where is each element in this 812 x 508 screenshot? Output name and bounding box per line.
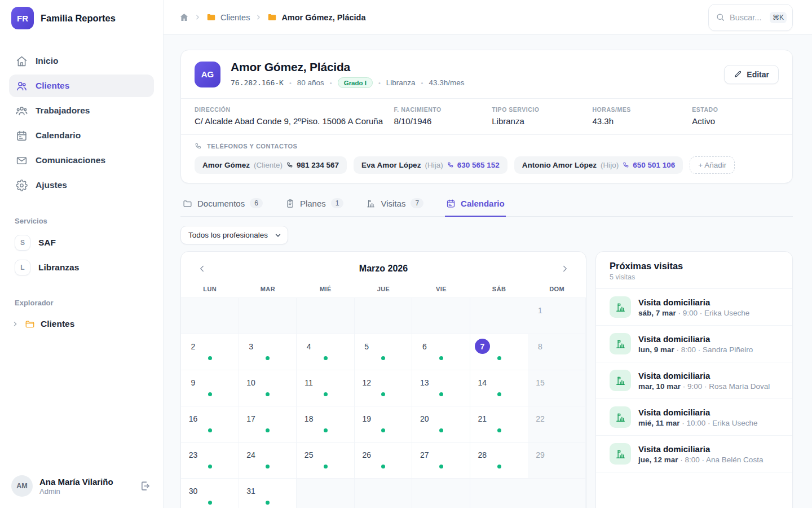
calendar-day-cell[interactable]: 8 [528, 334, 586, 370]
calendar-day-cell[interactable]: 11 [297, 370, 355, 406]
calendar-day-cell[interactable] [528, 479, 586, 508]
calendar-day-cell[interactable]: 18 [297, 406, 355, 443]
calendar-day-cell[interactable]: 15 [528, 370, 586, 406]
client-fields: DIRECCIÓN C/ Alcalde Abad Conde 9, 2ºPis… [181, 98, 792, 134]
contact-chip[interactable]: Amor Gómez (Cliente) 981 234 567 [195, 156, 347, 174]
visit-list-item[interactable]: Visita domiciliaria mié, 11 mar · 10:00 … [596, 399, 792, 436]
visit-list-item[interactable]: Visita domiciliaria mar, 10 mar · 9:00 ·… [596, 362, 792, 399]
contact-chip[interactable]: Antonio Amor López (Hijo) 650 501 106 [514, 156, 683, 174]
calendar-day-cell[interactable]: 5 [355, 334, 413, 370]
calendar-day-cell[interactable]: 10 [239, 370, 297, 406]
day-number [359, 303, 374, 318]
sidebar-item-trabajadores[interactable]: Trabajadores [9, 99, 154, 122]
visit-list-item[interactable]: Visita domiciliaria sáb, 7 mar · 9:00 · … [596, 289, 792, 326]
calendar-day-cell[interactable]: 2 [181, 334, 239, 370]
calendar-day-cell[interactable] [412, 479, 470, 508]
calendar-day-cell[interactable] [412, 298, 470, 334]
breadcrumb-current[interactable]: Amor Gómez, Plácida [267, 12, 365, 22]
tab-planes[interactable]: Planes 1 [284, 192, 345, 217]
visit-meta: lun, 9 mar · 8:00 · Sandra Piñeiro [638, 345, 753, 354]
client-meta: 76.282.166-K • 80 años • Grado I • Libra… [231, 77, 465, 88]
calendar-prev-button[interactable] [195, 261, 209, 276]
calendar-day-cell[interactable] [239, 298, 297, 334]
logout-icon[interactable] [139, 480, 152, 492]
calendar-day-cell[interactable]: 3 [239, 334, 297, 370]
calendar-day-cell[interactable]: 20 [412, 406, 470, 443]
breadcrumb-clientes[interactable]: Clientes [206, 12, 250, 22]
clipboard-icon [285, 199, 295, 208]
sidebar: FR Familia Reportes Inicio Clientes Trab… [0, 0, 164, 508]
calendar-day-cell[interactable] [470, 479, 528, 508]
calendar-day-cell[interactable]: 19 [355, 406, 413, 443]
calendar-day-cell[interactable] [297, 479, 355, 508]
explorer-item-clientes[interactable]: Clientes [11, 314, 152, 334]
contact-phone[interactable]: 650 501 106 [623, 161, 675, 169]
tab-documentos[interactable]: Documentos 6 [182, 192, 264, 217]
sidebar-item-clientes[interactable]: Clientes [9, 75, 154, 97]
add-contact-button[interactable]: + Añadir [690, 156, 735, 174]
calendar-day-cell[interactable] [355, 479, 413, 508]
day-number: 17 [244, 411, 259, 426]
calendar-day-cell[interactable]: 31 [239, 479, 297, 508]
sidebar-item-comunicaciones[interactable]: Comunicaciones [9, 149, 154, 172]
contact-chip[interactable]: Eva Amor López (Hija) 630 565 152 [354, 156, 508, 174]
calendar-day-cell[interactable]: 9 [181, 370, 239, 406]
edit-button[interactable]: Editar [724, 65, 779, 84]
visit-list-item[interactable]: Visita domiciliaria lun, 9 mar · 8:00 · … [596, 326, 792, 362]
day-number: 15 [532, 375, 548, 390]
sidebar-item-inicio[interactable]: Inicio [9, 50, 154, 72]
calendar-day-cell[interactable]: 30 [181, 479, 239, 508]
calendar-day-cell[interactable]: 13 [412, 370, 470, 406]
users-icon [16, 80, 28, 92]
calendar-day-cell[interactable]: 17 [239, 406, 297, 443]
visit-dot [381, 428, 385, 432]
sidebar-item-calendario[interactable]: Calendario [9, 124, 154, 147]
tab-visitas[interactable]: Visitas 7 [365, 192, 425, 217]
breadcrumb-home[interactable] [179, 12, 189, 22]
calendar-day-cell[interactable]: 25 [297, 443, 355, 479]
calendar-day-cell[interactable]: 7 [470, 334, 528, 370]
sidebar-item-ajustes[interactable]: Ajustes [9, 174, 154, 196]
calendar-day-cell[interactable]: 24 [239, 443, 297, 479]
sidebar-item-label: Trabajadores [36, 106, 90, 116]
tab-calendario[interactable]: Calendario [445, 192, 506, 217]
calendar-day-cell[interactable]: 27 [412, 443, 470, 479]
tab-count-badge: 6 [250, 198, 263, 208]
calendar-day-cell[interactable]: 14 [470, 370, 528, 406]
calendar-day-cell[interactable] [355, 298, 413, 334]
visit-list-item[interactable]: Visita domiciliaria jue, 12 mar · 8:00 ·… [596, 436, 792, 472]
calendar-day-cell[interactable] [297, 298, 355, 334]
calendar-day-cell[interactable]: 21 [470, 406, 528, 443]
calendar-day-cell[interactable]: 28 [470, 443, 528, 479]
day-number [359, 483, 374, 498]
calendar-day-cell[interactable]: 26 [355, 443, 413, 479]
client-field: DIRECCIÓN C/ Alcalde Abad Conde 9, 2ºPis… [195, 106, 394, 126]
search-input[interactable] [730, 13, 765, 22]
calendar-day-cell[interactable]: 22 [528, 406, 586, 443]
calendar-day-cell[interactable]: 6 [412, 334, 470, 370]
calendar-day-cell[interactable] [181, 298, 239, 334]
day-number: 13 [417, 375, 432, 390]
visit-dot [324, 392, 328, 396]
calendar-day-cell[interactable] [470, 298, 528, 334]
calendar-day-cell[interactable]: 12 [355, 370, 413, 406]
calendar-day-cell[interactable]: 16 [181, 406, 239, 443]
visit-dot [381, 465, 385, 468]
visit-dot [208, 465, 212, 468]
service-item[interactable]: S SAF [9, 232, 154, 253]
calendar-next-button[interactable] [558, 261, 572, 276]
calendar-day-cell[interactable]: 1 [528, 298, 586, 334]
search-box[interactable]: ⌘K [708, 4, 793, 31]
sidebar-item-label: Calendario [36, 130, 81, 141]
contact-phone[interactable]: 981 234 567 [286, 161, 339, 169]
day-number: 5 [359, 339, 374, 354]
service-item[interactable]: L Libranzas [9, 257, 154, 278]
professional-filter-select[interactable]: Todos los profesionales [180, 226, 288, 244]
visit-dot [208, 501, 212, 505]
calendar-day-cell[interactable]: 23 [181, 443, 239, 479]
field-label: HORAS/MES [593, 106, 692, 113]
visit-meta: sáb, 7 mar · 9:00 · Erika Useche [638, 309, 749, 317]
calendar-day-cell[interactable]: 29 [528, 443, 586, 479]
calendar-day-cell[interactable]: 4 [297, 334, 355, 370]
contact-phone[interactable]: 630 565 152 [447, 161, 500, 169]
